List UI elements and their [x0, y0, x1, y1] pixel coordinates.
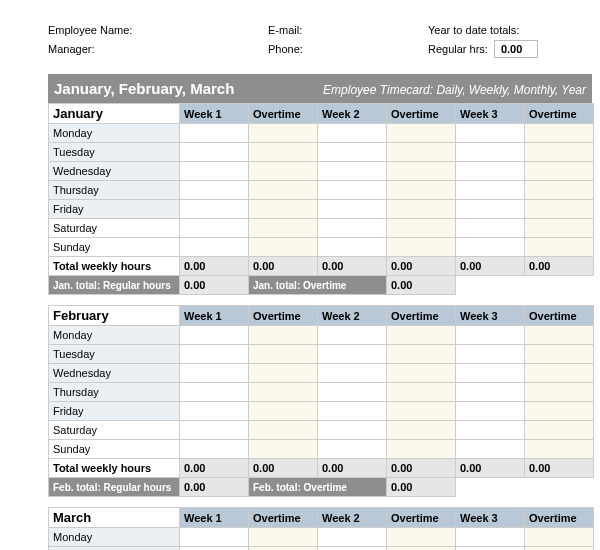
- cell-input[interactable]: [249, 421, 318, 440]
- cell-input[interactable]: [525, 440, 594, 459]
- cell-input[interactable]: [387, 345, 456, 364]
- cell-input[interactable]: [318, 364, 387, 383]
- cell-input[interactable]: [249, 364, 318, 383]
- cell-input[interactable]: [525, 238, 594, 257]
- cell-input[interactable]: [180, 162, 249, 181]
- cell-input[interactable]: [456, 364, 525, 383]
- cell-input[interactable]: [249, 238, 318, 257]
- cell-input[interactable]: [249, 143, 318, 162]
- cell-input[interactable]: [387, 421, 456, 440]
- cell-input[interactable]: [525, 364, 594, 383]
- cell-input[interactable]: [318, 383, 387, 402]
- cell-input[interactable]: [318, 219, 387, 238]
- cell-input[interactable]: [456, 200, 525, 219]
- cell-input[interactable]: [387, 200, 456, 219]
- cell-input[interactable]: [318, 238, 387, 257]
- cell-input[interactable]: [249, 547, 318, 551]
- cell-input[interactable]: [525, 181, 594, 200]
- cell-input[interactable]: [456, 421, 525, 440]
- cell-input[interactable]: [249, 181, 318, 200]
- cell-input[interactable]: [456, 440, 525, 459]
- cell-input[interactable]: [525, 547, 594, 551]
- cell-input[interactable]: [387, 402, 456, 421]
- cell-input[interactable]: [456, 547, 525, 551]
- cell-input[interactable]: [456, 219, 525, 238]
- cell-input[interactable]: [318, 547, 387, 551]
- cell-input[interactable]: [456, 124, 525, 143]
- cell-input[interactable]: [180, 528, 249, 547]
- cell-input[interactable]: [318, 345, 387, 364]
- cell-input[interactable]: [387, 143, 456, 162]
- cell-input[interactable]: [249, 162, 318, 181]
- cell-input[interactable]: [249, 383, 318, 402]
- cell-input[interactable]: [249, 200, 318, 219]
- cell-input[interactable]: [249, 528, 318, 547]
- cell-input[interactable]: [180, 440, 249, 459]
- cell-input[interactable]: [387, 383, 456, 402]
- regular-hrs-value[interactable]: 0.00: [494, 40, 538, 58]
- cell-input[interactable]: [180, 421, 249, 440]
- cell-input[interactable]: [387, 238, 456, 257]
- cell-input[interactable]: [180, 219, 249, 238]
- cell-input[interactable]: [387, 440, 456, 459]
- cell-input[interactable]: [525, 383, 594, 402]
- cell-input[interactable]: [456, 345, 525, 364]
- cell-input[interactable]: [318, 181, 387, 200]
- total-value: 0.00: [180, 257, 249, 276]
- cell-input[interactable]: [318, 402, 387, 421]
- cell-input[interactable]: [318, 162, 387, 181]
- cell-input[interactable]: [249, 326, 318, 345]
- cell-input[interactable]: [249, 124, 318, 143]
- cell-input[interactable]: [456, 143, 525, 162]
- cell-input[interactable]: [180, 326, 249, 345]
- table-row: Wednesday: [49, 364, 594, 383]
- cell-input[interactable]: [387, 124, 456, 143]
- cell-input[interactable]: [318, 421, 387, 440]
- cell-input[interactable]: [525, 162, 594, 181]
- cell-input[interactable]: [180, 345, 249, 364]
- cell-input[interactable]: [180, 124, 249, 143]
- cell-input[interactable]: [525, 528, 594, 547]
- cell-input[interactable]: [525, 200, 594, 219]
- table-row: Sunday: [49, 440, 594, 459]
- cell-input[interactable]: [249, 345, 318, 364]
- cell-input[interactable]: [387, 364, 456, 383]
- cell-input[interactable]: [525, 219, 594, 238]
- cell-input[interactable]: [180, 200, 249, 219]
- cell-input[interactable]: [456, 181, 525, 200]
- cell-input[interactable]: [318, 326, 387, 345]
- cell-input[interactable]: [180, 181, 249, 200]
- cell-input[interactable]: [525, 143, 594, 162]
- cell-input[interactable]: [387, 219, 456, 238]
- cell-input[interactable]: [249, 402, 318, 421]
- cell-input[interactable]: [318, 143, 387, 162]
- cell-input[interactable]: [249, 219, 318, 238]
- cell-input[interactable]: [456, 528, 525, 547]
- cell-input[interactable]: [318, 528, 387, 547]
- cell-input[interactable]: [525, 326, 594, 345]
- cell-input[interactable]: [318, 124, 387, 143]
- cell-input[interactable]: [180, 547, 249, 551]
- cell-input[interactable]: [387, 181, 456, 200]
- cell-input[interactable]: [387, 162, 456, 181]
- cell-input[interactable]: [525, 421, 594, 440]
- cell-input[interactable]: [318, 200, 387, 219]
- cell-input[interactable]: [387, 326, 456, 345]
- cell-input[interactable]: [180, 143, 249, 162]
- cell-input[interactable]: [456, 238, 525, 257]
- cell-input[interactable]: [180, 402, 249, 421]
- cell-input[interactable]: [180, 383, 249, 402]
- cell-input[interactable]: [456, 402, 525, 421]
- cell-input[interactable]: [525, 345, 594, 364]
- cell-input[interactable]: [387, 528, 456, 547]
- cell-input[interactable]: [249, 440, 318, 459]
- cell-input[interactable]: [387, 547, 456, 551]
- cell-input[interactable]: [456, 326, 525, 345]
- cell-input[interactable]: [525, 124, 594, 143]
- cell-input[interactable]: [456, 383, 525, 402]
- cell-input[interactable]: [456, 162, 525, 181]
- cell-input[interactable]: [525, 402, 594, 421]
- cell-input[interactable]: [180, 238, 249, 257]
- cell-input[interactable]: [318, 440, 387, 459]
- cell-input[interactable]: [180, 364, 249, 383]
